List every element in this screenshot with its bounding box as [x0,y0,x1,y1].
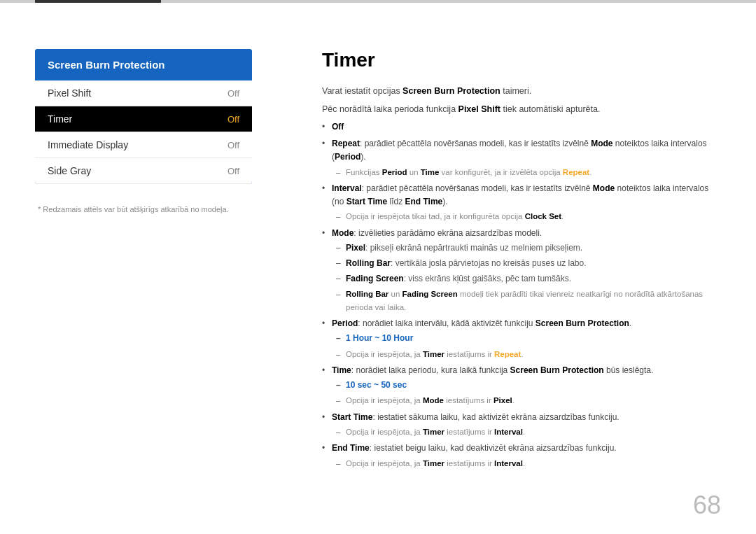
sub-mode-note: Rolling Bar un Fading Screen modeļi tiek… [332,288,721,314]
menu-item-label: Timer [48,113,72,125]
bullet-period: Period: norādiet laika intervālu, kādā a… [322,317,721,360]
footnote: * Redzamais attēls var būt atšķirīgs atk… [35,205,273,213]
sub-pixel: Pixel: pikseļi ekrānā nepārtraukti mainā… [332,241,721,255]
menu-item-timer[interactable]: Timer Off [35,106,252,132]
menu-item-value: Off [227,140,239,150]
sub-fading-screen: Fading Screen: viss ekrāns kļūst gaišāks… [332,272,721,286]
sub-period-range: 1 Hour ~ 10 Hour [332,332,721,345]
menu-item-value: Off [227,114,239,125]
left-panel: Screen Burn Protection Pixel Shift Off T… [35,49,273,506]
bullet-start-time: Start Time: iestatiet sākuma laiku, kad … [322,411,721,439]
menu-item-label: Immediate Display [48,139,128,150]
bullet-repeat: Repeat: parādiet pēcattēla novēršanas mo… [322,137,721,178]
bullet-interval: Interval: parādiet pēcattēla novēršanas … [322,182,721,223]
sub-time-note: Opcija ir iespējota, ja Mode iestatījums… [332,394,721,407]
sub-time-range: 10 sec ~ 50 sec [332,379,721,392]
menu-title: Screen Burn Protection [35,49,252,80]
bullet-time: Time: norādiet laika periodu, kura laikā… [322,364,721,407]
top-bar-accent [35,0,161,3]
sub-interval-note: Opcija ir iespējota tikai tad, ja ir kon… [332,210,721,223]
intro-text-1: Varat iestatīt opcijas Screen Burn Prote… [322,84,721,98]
menu-box: Screen Burn Protection Pixel Shift Off T… [35,49,252,184]
menu-item-side-gray[interactable]: Side Gray Off [35,158,252,184]
page-title: Timer [322,49,721,71]
menu-item-pixel-shift[interactable]: Pixel Shift Off [35,80,252,106]
page-number: 68 [693,491,721,520]
menu-item-value: Off [227,88,239,99]
menu-item-label: Side Gray [48,165,91,176]
page-container: Screen Burn Protection Pixel Shift Off T… [0,0,756,534]
menu-item-immediate-display[interactable]: Immediate Display Off [35,132,252,158]
sub-end-time-note: Opcija ir iespējota, ja Timer iestatījum… [332,457,721,470]
bullet-mode: Mode: izvēlieties parādāmo ekrāna aizsar… [322,227,721,314]
sub-start-time-note: Opcija ir iespējota, ja Timer iestatījum… [332,426,721,438]
sub-rolling-bar: Rolling Bar: vertikāla josla pārvietojas… [332,257,721,270]
sub-repeat-note: Funkcijas Period un Time var konfigurēt,… [332,166,721,178]
right-panel: Timer Varat iestatīt opcijas Screen Burn… [315,49,721,506]
bullet-list: Off Repeat: parādiet pēcattēla novēršana… [322,120,721,470]
intro-text-2: Pēc norādītā laika perioda funkcija Pixe… [322,102,721,116]
sub-period-note: Opcija ir iespējota, ja Timer iestatījum… [332,348,721,360]
bullet-end-time: End Time: iestatiet beigu laiku, kad dea… [322,442,721,470]
menu-item-label: Pixel Shift [48,87,91,99]
menu-item-value: Off [227,166,239,176]
bullet-off: Off [322,120,721,134]
